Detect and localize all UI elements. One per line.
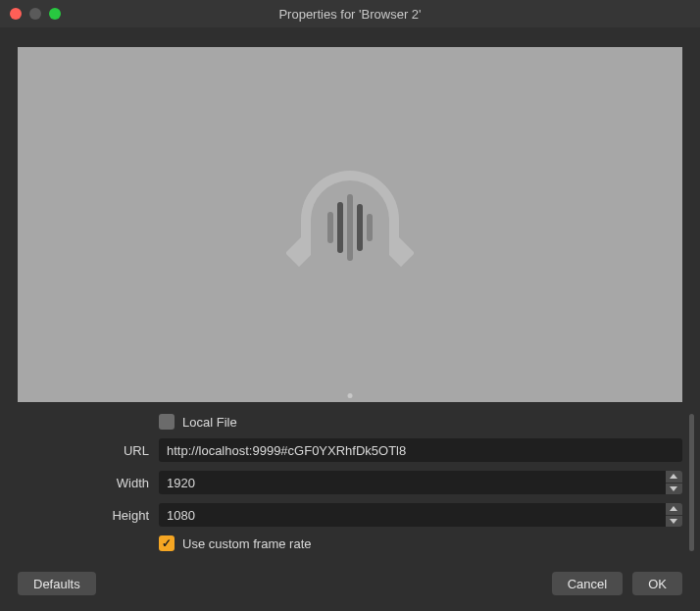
minimize-window-icon[interactable] [29,8,41,20]
scrollbar[interactable] [689,414,694,551]
preview-area [18,47,682,402]
defaults-button[interactable]: Defaults [18,572,96,595]
local-file-row: Local File [18,414,682,430]
svg-rect-2 [347,194,353,261]
custom-frame-rate-checkbox[interactable] [159,535,175,551]
height-step-up-icon[interactable] [666,503,682,516]
height-row: Height [18,503,682,527]
width-stepper [666,471,682,494]
width-label: Width [18,476,159,490]
height-label: Height [18,508,159,523]
svg-rect-3 [357,204,363,251]
height-stepper [666,503,682,527]
height-input[interactable] [159,503,666,527]
local-file-checkbox[interactable] [159,414,175,430]
zoom-window-icon[interactable] [49,8,61,20]
preview-indicator-dot [348,393,353,398]
custom-frame-rate-label: Use custom frame rate [182,536,312,551]
svg-rect-1 [337,202,343,253]
properties-form: Local File URL Width Height [18,414,682,551]
custom-frame-rate-row: Use custom frame rate [18,535,682,551]
close-window-icon[interactable] [10,8,22,20]
url-label: URL [18,443,159,458]
svg-rect-4 [367,214,373,241]
svg-rect-0 [327,212,333,243]
dialog-footer: Defaults Cancel OK [18,572,682,595]
local-file-label: Local File [182,415,237,430]
url-row: URL [18,438,682,462]
window-title: Properties for 'Browser 2' [0,7,700,22]
height-step-down-icon[interactable] [666,516,682,528]
width-input[interactable] [159,471,666,494]
url-input[interactable] [159,438,682,462]
audio-logo-icon [286,161,414,288]
width-step-down-icon[interactable] [666,484,682,495]
width-row: Width [18,471,682,494]
cancel-button[interactable]: Cancel [552,572,623,595]
ok-button[interactable]: OK [632,572,682,595]
width-step-up-icon[interactable] [666,471,682,484]
window-controls [10,8,61,20]
window-titlebar: Properties for 'Browser 2' [0,0,700,27]
